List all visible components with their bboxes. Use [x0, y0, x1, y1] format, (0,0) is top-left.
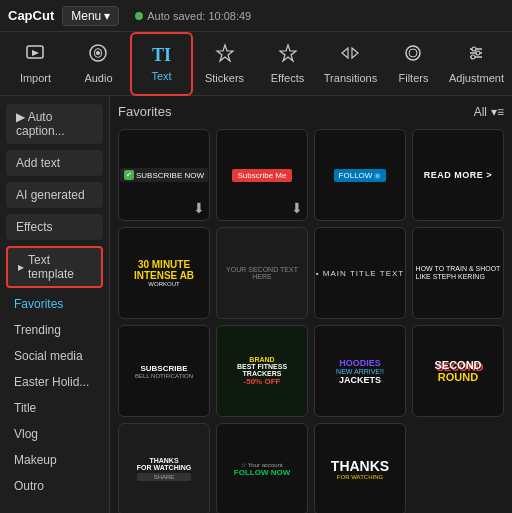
sidebar-title[interactable]: Title	[0, 396, 109, 420]
template-subscribe-me[interactable]: Subscribe Me ⬇	[216, 129, 308, 221]
template-subscribe-now[interactable]: ✔ SUBSCRIBE NOW ⬇	[118, 129, 210, 221]
how-to-text: HOW TO TRAIN & SHOOTLIKE STEPH KERING	[416, 265, 501, 280]
stickers-label: Stickers	[205, 72, 244, 84]
sidebar-add-text[interactable]: Add text	[6, 150, 103, 176]
thanks-watching-text: THANKSFOR WATCHING	[137, 457, 191, 471]
template-read-more[interactable]: READ MORE >	[412, 129, 504, 221]
subscribe-bell-text: SUBSCRIBE	[135, 364, 193, 373]
template-fitness-tracker[interactable]: BRAND BEST FITNESSTRACKERS -50% OFF	[216, 325, 308, 417]
sidebar-social-media[interactable]: Social media	[0, 344, 109, 368]
svg-point-11	[472, 47, 476, 51]
tool-adjustment[interactable]: Adjustment	[445, 32, 508, 96]
main-layout: ▶ Auto caption... Add text AI generated …	[0, 96, 512, 513]
effects-icon	[278, 43, 298, 68]
tool-stickers[interactable]: Stickers	[193, 32, 256, 96]
sidebar-favorites[interactable]: Favorites	[0, 292, 109, 316]
effects-label: Effects	[271, 72, 304, 84]
follow-text: FOLLOW ◉	[334, 169, 387, 182]
tool-import[interactable]: Import	[4, 32, 67, 96]
filters-label: Filters	[399, 72, 429, 84]
template-your-text[interactable]: YOUR SECOND TEXT HERE	[216, 227, 308, 319]
text-icon: TI	[152, 45, 171, 66]
sidebar: ▶ Auto caption... Add text AI generated …	[0, 96, 110, 513]
template-main-title[interactable]: • MAIN TITLE TEXT	[314, 227, 406, 319]
menu-chevron-icon: ▾	[104, 9, 110, 23]
intense-ab-sub: WORKOUT	[134, 281, 194, 287]
round-text: ROUND	[434, 371, 481, 383]
template-follow[interactable]: FOLLOW ◉	[314, 129, 406, 221]
sidebar-effects[interactable]: Effects	[6, 214, 103, 240]
tool-transitions[interactable]: Transitions	[319, 32, 382, 96]
template-thanks-watching[interactable]: THANKSFOR WATCHING SHARE	[118, 423, 210, 513]
read-more-text: READ MORE >	[424, 170, 492, 180]
transitions-label: Transitions	[324, 72, 377, 84]
top-bar: CapCut Menu ▾ Auto saved: 10:08:49	[0, 0, 512, 32]
sidebar-trending[interactable]: Trending	[0, 318, 109, 342]
import-label: Import	[20, 72, 51, 84]
adjustment-icon	[466, 43, 486, 68]
sidebar-ai-generated[interactable]: AI generated	[6, 182, 103, 208]
autosave-indicator: Auto saved: 10:08:49	[135, 10, 251, 22]
svg-marker-1	[32, 50, 39, 56]
content-area: Favorites All ▾≡ ✔ SUBSCRIBE NOW ⬇ Subsc…	[110, 96, 512, 513]
filters-icon	[403, 43, 423, 68]
main-title-text: • MAIN TITLE TEXT	[316, 269, 404, 278]
template-thanks-big[interactable]: THANKS FOR WATCHING	[314, 423, 406, 513]
your-account-text: ☆ Your account	[234, 461, 290, 468]
chevron-right-icon: ▸	[18, 260, 24, 274]
fitness-text: BEST FITNESSTRACKERS	[237, 363, 287, 377]
sidebar-makeup[interactable]: Makeup	[0, 448, 109, 472]
template-how-to[interactable]: HOW TO TRAIN & SHOOTLIKE STEPH KERING	[412, 227, 504, 319]
autosave-dot	[135, 12, 143, 20]
tool-audio[interactable]: Audio	[67, 32, 130, 96]
sale-text: -50% OFF	[237, 377, 287, 386]
svg-point-3	[96, 51, 100, 55]
menu-label: Menu	[71, 9, 101, 23]
template-intense-ab[interactable]: 30 MINUTEINTENSE AB WORKOUT	[118, 227, 210, 319]
sidebar-vlog[interactable]: Vlog	[0, 422, 109, 446]
tool-effects[interactable]: Effects	[256, 32, 319, 96]
svg-marker-4	[217, 45, 233, 61]
template-hoodies[interactable]: HOODIES NEW ARRIVE!! JACKETS	[314, 325, 406, 417]
stickers-icon	[215, 43, 235, 68]
subscribe-now-text: ✔ SUBSCRIBE NOW	[120, 168, 208, 182]
your-text-placeholder: YOUR SECOND TEXT HERE	[217, 266, 307, 280]
subscribe-me-text: Subscribe Me	[232, 169, 293, 182]
download-icon: ⬇	[193, 200, 205, 216]
hoodies-text: HOODIES	[336, 358, 384, 368]
audio-label: Audio	[84, 72, 112, 84]
svg-point-13	[471, 55, 475, 59]
new-arrive-text: NEW ARRIVE!!	[336, 368, 384, 375]
svg-marker-5	[280, 45, 296, 61]
download-icon: ⬇	[291, 200, 303, 216]
bell-notif-text: BELL NOTIFICATION	[135, 373, 193, 379]
brand-text: BRAND	[237, 356, 287, 363]
svg-point-6	[406, 46, 420, 60]
toolbar: Import Audio TI Text Stickers Effects	[0, 32, 512, 96]
filter-button[interactable]: All ▾≡	[474, 105, 504, 119]
menu-button[interactable]: Menu ▾	[62, 6, 119, 26]
transitions-icon	[340, 43, 360, 68]
sidebar-text-template[interactable]: ▸ Text template	[6, 246, 103, 288]
text-label: Text	[151, 70, 171, 82]
svg-point-12	[476, 51, 480, 55]
template-second-round[interactable]: SECOND ROUND	[412, 325, 504, 417]
adjustment-label: Adjustment	[449, 72, 504, 84]
template-follow-now[interactable]: ☆ Your account FOLLOW NOW	[216, 423, 308, 513]
intense-ab-text: 30 MINUTEINTENSE AB	[134, 259, 194, 281]
app-logo: CapCut	[8, 8, 54, 23]
thanks-big-text: THANKS	[331, 458, 389, 474]
second-text: SECOND	[434, 359, 481, 371]
sidebar-easter-holid[interactable]: Easter Holid...	[0, 370, 109, 394]
sidebar-auto-caption[interactable]: ▶ Auto caption...	[6, 104, 103, 144]
filter-icon: ▾≡	[491, 105, 504, 119]
tool-filters[interactable]: Filters	[382, 32, 445, 96]
svg-point-7	[409, 49, 417, 57]
import-icon	[25, 43, 45, 68]
filter-label: All	[474, 105, 487, 119]
tool-text[interactable]: TI Text	[130, 32, 193, 96]
template-subscribe-bell[interactable]: SUBSCRIBE BELL NOTIFICATION	[118, 325, 210, 417]
share-text: SHARE	[137, 473, 191, 481]
sidebar-outro[interactable]: Outro	[0, 474, 109, 498]
autosave-text: Auto saved: 10:08:49	[147, 10, 251, 22]
